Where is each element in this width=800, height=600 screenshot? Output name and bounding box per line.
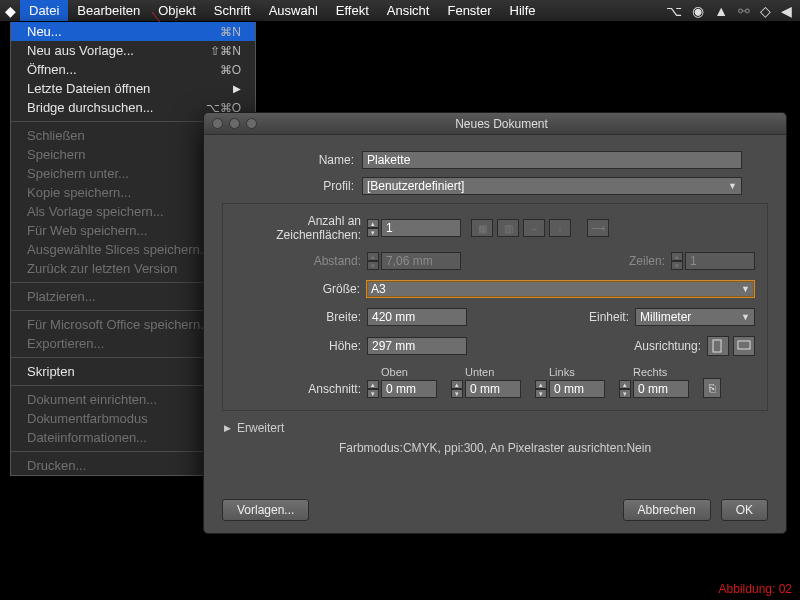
link-bleed-icon[interactable]: ⎘ bbox=[703, 378, 721, 398]
arrange-ltr-icon: ⟶ bbox=[587, 219, 609, 237]
profile-select[interactable]: [Benutzerdefiniert]▼ bbox=[362, 177, 742, 195]
size-select[interactable]: A3▼ bbox=[366, 280, 755, 298]
menu-datei[interactable]: Datei bbox=[20, 0, 68, 21]
menubar-status: ⌥ ◉ ▲ ⚯ ◇ ◀ bbox=[666, 3, 800, 19]
advanced-disclosure[interactable]: ▶Erweitert bbox=[224, 421, 768, 435]
bleed-right-input[interactable] bbox=[633, 380, 689, 398]
svg-rect-2 bbox=[738, 341, 750, 349]
menu-hilfe[interactable]: Hilfe bbox=[501, 0, 545, 21]
profile-value: [Benutzerdefiniert] bbox=[367, 179, 464, 193]
spacing-input bbox=[381, 252, 461, 270]
zoom-icon[interactable] bbox=[246, 118, 257, 129]
figure-caption: Abbildung: 02 bbox=[719, 582, 792, 596]
apple-menu[interactable]: ◆ bbox=[0, 3, 20, 19]
menu-item-label: Für Web speichern... bbox=[27, 223, 147, 238]
spacing-stepper: ▴▾ bbox=[367, 252, 379, 270]
bleed-bottom-input[interactable] bbox=[465, 380, 521, 398]
bleed-label: Anschnitt: bbox=[235, 382, 367, 398]
menu-item-label: Kopie speichern... bbox=[27, 185, 131, 200]
dropbox-icon[interactable]: ⌥ bbox=[666, 3, 682, 19]
orientation-landscape[interactable] bbox=[733, 336, 755, 356]
menu-item-label: Dateiinformationen... bbox=[27, 430, 147, 445]
height-input[interactable] bbox=[367, 337, 467, 355]
menu-item-label: Bridge durchsuchen... bbox=[27, 100, 153, 115]
menu-item-label: Ausgewählte Slices speichern... bbox=[27, 242, 211, 257]
menu-item-label: Letzte Dateien öffnen bbox=[27, 81, 150, 96]
artboards-stepper[interactable]: ▴▾ bbox=[367, 219, 379, 237]
arrange-down-icon: ↓ bbox=[549, 219, 571, 237]
bleed-left-input[interactable] bbox=[549, 380, 605, 398]
shortcut: ⌘N bbox=[220, 25, 241, 39]
menu-fenster[interactable]: Fenster bbox=[438, 0, 500, 21]
menu-item-label: Dokument einrichten... bbox=[27, 392, 157, 407]
width-input[interactable] bbox=[367, 308, 467, 326]
minimize-icon[interactable] bbox=[229, 118, 240, 129]
bleed-bottom-stepper[interactable]: ▴▾ bbox=[451, 380, 463, 398]
artboards-label: Anzahl an Zeichenflächen: bbox=[235, 214, 367, 242]
menu-bearbeiten[interactable]: Bearbeiten bbox=[68, 0, 149, 21]
notification-icon[interactable]: ▲ bbox=[714, 3, 728, 19]
bleed-right-label: Rechts bbox=[619, 366, 689, 378]
menu-item-label: Exportieren... bbox=[27, 336, 104, 351]
menu-item-label: Drucken... bbox=[27, 458, 86, 473]
unit-select[interactable]: Millimeter▼ bbox=[635, 308, 755, 326]
menu-effekt[interactable]: Effekt bbox=[327, 0, 378, 21]
triangle-right-icon: ▶ bbox=[224, 423, 231, 433]
chevron-down-icon: ▼ bbox=[728, 181, 737, 191]
bleed-bottom-label: Unten bbox=[451, 366, 521, 378]
menu-item-label: Als Vorlage speichern... bbox=[27, 204, 164, 219]
menu-item-label: Platzieren... bbox=[27, 289, 96, 304]
menu-schrift[interactable]: Schrift bbox=[205, 0, 260, 21]
sync-icon[interactable]: ◉ bbox=[692, 3, 704, 19]
width-label: Breite: bbox=[235, 310, 367, 324]
height-label: Höhe: bbox=[235, 339, 367, 353]
menu-objekt[interactable]: Objekt bbox=[149, 0, 205, 21]
document-info: Farbmodus:CMYK, ppi:300, An Pixelraster … bbox=[222, 441, 768, 455]
artboards-input[interactable] bbox=[381, 219, 461, 237]
templates-button[interactable]: Vorlagen... bbox=[222, 499, 309, 521]
rows-label: Zeilen: bbox=[629, 254, 671, 268]
wifi-icon[interactable]: ◇ bbox=[760, 3, 771, 19]
unit-value: Millimeter bbox=[640, 310, 691, 324]
name-label: Name: bbox=[222, 153, 362, 167]
menu-item[interactable]: Neu aus Vorlage...⇧⌘N bbox=[11, 41, 255, 60]
orientation-label: Ausrichtung: bbox=[634, 339, 707, 353]
ok-button[interactable]: OK bbox=[721, 499, 768, 521]
menubar: ◆ DateiBearbeitenObjektSchriftAuswahlEff… bbox=[0, 0, 800, 22]
close-icon[interactable] bbox=[212, 118, 223, 129]
bleed-top-label: Oben bbox=[367, 366, 437, 378]
menu-item-label: Zurück zur letzten Version bbox=[27, 261, 177, 276]
menu-item-label: Speichern bbox=[27, 147, 86, 162]
grid-by-col-icon: ▥ bbox=[497, 219, 519, 237]
orientation-portrait[interactable] bbox=[707, 336, 729, 356]
menu-item-label: Schließen bbox=[27, 128, 85, 143]
unit-label: Einheit: bbox=[589, 310, 635, 324]
cancel-button[interactable]: Abbrechen bbox=[623, 499, 711, 521]
menu-item-label: Neu aus Vorlage... bbox=[27, 43, 134, 58]
menu-item[interactable]: Neu...⌘N bbox=[11, 22, 255, 41]
size-label: Größe: bbox=[235, 282, 366, 296]
menu-auswahl[interactable]: Auswahl bbox=[260, 0, 327, 21]
bluetooth-icon[interactable]: ⚯ bbox=[738, 3, 750, 19]
menu-item-label: Für Microsoft Office speichern... bbox=[27, 317, 211, 332]
arrange-right-icon: → bbox=[523, 219, 545, 237]
name-input[interactable] bbox=[362, 151, 742, 169]
bleed-left-stepper[interactable]: ▴▾ bbox=[535, 380, 547, 398]
menu-item-label: Neu... bbox=[27, 24, 62, 39]
menu-item[interactable]: Öffnen...⌘O bbox=[11, 60, 255, 79]
svg-rect-1 bbox=[713, 340, 721, 352]
spacing-label: Abstand: bbox=[235, 254, 367, 268]
grid-by-row-icon: ▦ bbox=[471, 219, 493, 237]
volume-icon[interactable]: ◀ bbox=[781, 3, 792, 19]
shortcut: ⌘O bbox=[220, 63, 241, 77]
advanced-label: Erweitert bbox=[237, 421, 284, 435]
menu-ansicht[interactable]: Ansicht bbox=[378, 0, 439, 21]
bleed-right-stepper[interactable]: ▴▾ bbox=[619, 380, 631, 398]
bleed-top-stepper[interactable]: ▴▾ bbox=[367, 380, 379, 398]
profile-label: Profil: bbox=[222, 179, 362, 193]
chevron-down-icon: ▼ bbox=[741, 284, 750, 294]
size-value: A3 bbox=[371, 282, 386, 296]
bleed-left-label: Links bbox=[535, 366, 605, 378]
bleed-top-input[interactable] bbox=[381, 380, 437, 398]
menu-item[interactable]: Letzte Dateien öffnen▶ bbox=[11, 79, 255, 98]
